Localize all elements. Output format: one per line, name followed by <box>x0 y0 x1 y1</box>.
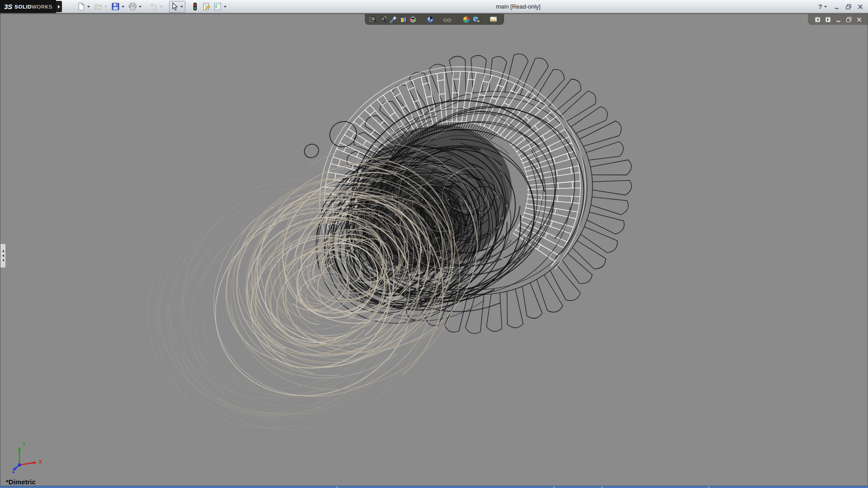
glasses-icon <box>443 15 452 24</box>
select-button[interactable] <box>169 1 185 13</box>
minimize-button[interactable] <box>834 4 840 10</box>
appearance-sphere-icon <box>462 15 471 24</box>
options-dropdown-icon[interactable] <box>224 6 226 9</box>
minimize-doc-button[interactable] <box>835 17 841 23</box>
flyout-arrow-icon <box>58 5 62 9</box>
open-button[interactable] <box>93 1 109 13</box>
edit-appearance-button[interactable] <box>462 15 471 24</box>
undo-button[interactable] <box>148 1 165 13</box>
close-doc-icon <box>856 17 862 23</box>
minimize-doc-icon <box>835 17 841 23</box>
menu-flyout-button[interactable] <box>56 1 62 12</box>
open-dropdown-icon[interactable] <box>104 6 107 9</box>
pane-left-icon <box>815 17 821 23</box>
zoom-to-area-button[interactable] <box>379 15 387 24</box>
view-settings-icon <box>489 15 498 24</box>
options-button[interactable] <box>212 1 229 13</box>
orientation-triad: Y X Z <box>9 441 45 475</box>
zoom-to-fit-button[interactable] <box>369 15 377 24</box>
select-dropdown-icon[interactable] <box>180 6 183 9</box>
triad-x-label: X <box>39 460 42 465</box>
main-toolbar <box>76 0 230 13</box>
new-document-icon <box>77 2 85 11</box>
zoom-to-area-icon <box>379 15 387 24</box>
view-orientation-icon <box>409 15 417 24</box>
save-button[interactable] <box>110 1 127 13</box>
pane-right-button[interactable] <box>825 17 831 23</box>
undo-icon <box>149 2 158 11</box>
pane-left-button[interactable] <box>815 17 821 23</box>
apply-scene-button[interactable] <box>472 15 481 24</box>
solidworks-logo: 3S SOLIDWORKS <box>0 0 56 13</box>
triad-y-label: Y <box>23 442 26 447</box>
close-icon <box>857 4 863 10</box>
rebuild-button[interactable] <box>190 1 200 13</box>
select-cursor-icon <box>170 2 179 11</box>
display-style-button[interactable] <box>426 15 434 24</box>
save-dropdown-icon[interactable] <box>122 6 124 9</box>
triad-z-label: Z <box>12 469 15 474</box>
file-properties-icon <box>202 2 211 11</box>
view-orientation-button[interactable] <box>409 15 417 24</box>
pane-right-icon <box>825 17 831 23</box>
view-settings-button[interactable] <box>489 15 498 24</box>
section-view-icon <box>399 15 407 24</box>
featuremanager-collapse-tab[interactable] <box>0 244 6 268</box>
restore-doc-button[interactable] <box>846 17 852 23</box>
engine-model-wireframe <box>0 14 868 486</box>
restore-doc-icon <box>846 17 852 23</box>
print-dropdown-icon[interactable] <box>139 6 142 9</box>
close-button[interactable] <box>857 4 863 10</box>
print-button[interactable] <box>127 1 144 13</box>
collapse-arrow-icon <box>2 259 4 262</box>
options-list-icon <box>213 2 222 11</box>
heads-up-view-toolbar <box>365 14 504 25</box>
new-document-dropdown-icon[interactable] <box>87 6 90 9</box>
document-window-controls <box>808 14 868 25</box>
restore-button[interactable] <box>845 4 852 10</box>
view-orientation-label: *Dimetric <box>6 478 36 486</box>
previous-view-button[interactable] <box>389 15 397 24</box>
title-bar: 3S SOLIDWORKS main [Read-only] ? <box>0 0 868 13</box>
hide-show-items-button[interactable] <box>443 15 452 24</box>
brand-works: WORKS <box>32 4 52 9</box>
window-controls: ? <box>818 0 863 13</box>
previous-view-icon <box>389 15 397 24</box>
collapse-arrow-icon <box>2 250 4 253</box>
save-icon <box>111 2 120 11</box>
help-dropdown-icon <box>824 6 827 9</box>
new-document-button[interactable] <box>76 1 92 13</box>
brand-solid: SOLID <box>14 4 32 9</box>
help-icon: ? <box>818 3 822 10</box>
solidworks-logo-mark: 3S <box>4 3 12 10</box>
close-doc-button[interactable] <box>856 17 862 23</box>
graphics-viewport[interactable]: Y X Z *Dimetric <box>0 14 868 486</box>
traffic-light-icon <box>191 2 199 11</box>
restore-icon <box>845 4 852 10</box>
status-bar-edge <box>0 486 868 488</box>
undo-dropdown-icon[interactable] <box>160 6 162 9</box>
open-folder-icon <box>94 2 103 11</box>
file-properties-button[interactable] <box>201 1 212 13</box>
collapse-arrow-icon <box>2 254 4 257</box>
section-view-button[interactable] <box>399 15 407 24</box>
scene-sphere-icon <box>472 15 481 24</box>
window-title: main [Read-only] <box>496 3 540 10</box>
minimize-icon <box>834 4 840 10</box>
print-icon <box>128 2 137 11</box>
zoom-to-fit-icon <box>369 15 377 24</box>
display-style-icon <box>426 15 434 24</box>
help-button[interactable]: ? <box>818 3 828 10</box>
